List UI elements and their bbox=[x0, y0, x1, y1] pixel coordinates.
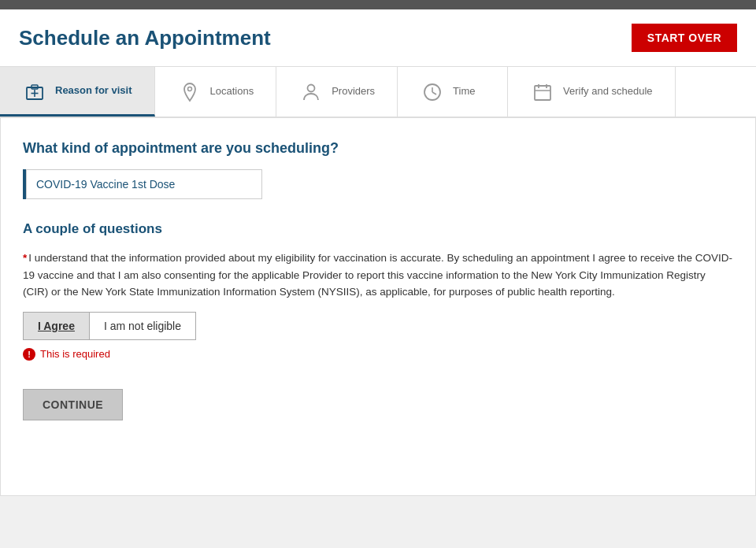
question-text: *I understand that the information provi… bbox=[23, 250, 733, 301]
appointment-type-select[interactable]: COVID-19 Vaccine 1st Dose bbox=[26, 169, 262, 199]
svg-point-5 bbox=[308, 84, 315, 91]
step-locations[interactable]: Locations bbox=[155, 67, 277, 117]
top-bar bbox=[0, 0, 756, 9]
appointment-question: What kind of appointment are you schedul… bbox=[23, 140, 733, 157]
appointment-select-wrapper: COVID-19 Vaccine 1st Dose bbox=[23, 169, 733, 199]
person-icon bbox=[298, 80, 324, 105]
svg-point-4 bbox=[187, 87, 191, 91]
start-over-button[interactable]: START OVER bbox=[632, 24, 737, 52]
step-reason-label: Reason for visit bbox=[55, 84, 132, 98]
header: Schedule an Appointment START OVER bbox=[0, 9, 756, 67]
main-content: What kind of appointment are you schedul… bbox=[0, 118, 756, 496]
questions-section-title: A couple of questions bbox=[23, 221, 733, 237]
steps-nav: Reason for visit Locations Providers bbox=[0, 67, 756, 118]
clock-icon bbox=[420, 80, 445, 105]
svg-rect-9 bbox=[535, 86, 550, 100]
location-pin-icon bbox=[177, 80, 202, 105]
step-providers[interactable]: Providers bbox=[276, 67, 398, 117]
step-time-label: Time bbox=[453, 85, 475, 98]
step-providers-label: Providers bbox=[332, 85, 375, 98]
step-locations-label: Locations bbox=[210, 85, 254, 98]
question-block: *I understand that the information provi… bbox=[23, 250, 733, 361]
agree-button[interactable]: I Agree bbox=[23, 312, 89, 340]
calendar-icon bbox=[530, 80, 555, 105]
step-reason-for-visit[interactable]: Reason for visit bbox=[0, 67, 155, 117]
continue-button[interactable]: CONTINUE bbox=[23, 389, 123, 420]
medical-bag-icon bbox=[22, 78, 47, 103]
error-icon: ! bbox=[23, 348, 35, 361]
step-verify[interactable]: Verify and schedule bbox=[508, 67, 675, 117]
page-title: Schedule an Appointment bbox=[19, 26, 271, 50]
not-eligible-button[interactable]: I am not eligible bbox=[89, 312, 196, 340]
step-time[interactable]: Time bbox=[398, 67, 508, 117]
step-verify-label: Verify and schedule bbox=[563, 85, 652, 98]
error-message: ! This is required bbox=[23, 348, 733, 361]
answer-buttons: I Agree I am not eligible bbox=[23, 312, 733, 340]
error-text: This is required bbox=[40, 348, 110, 360]
required-star: * bbox=[23, 252, 27, 264]
svg-line-8 bbox=[432, 92, 436, 94]
